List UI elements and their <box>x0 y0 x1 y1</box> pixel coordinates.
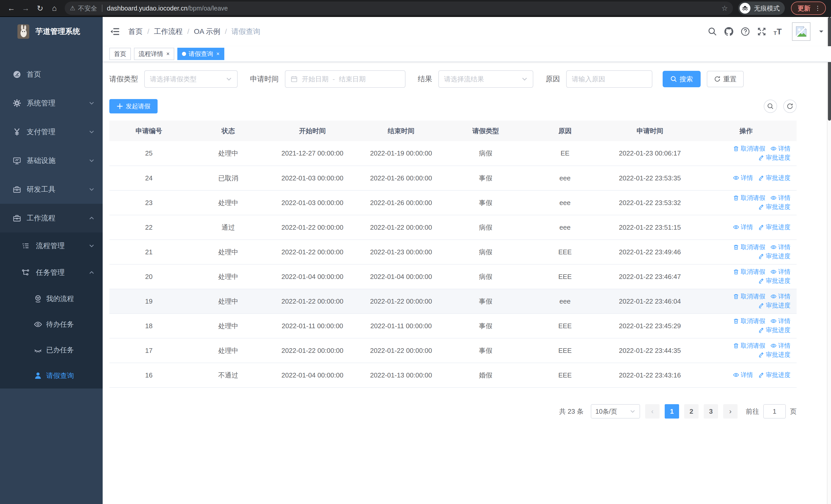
breadcrumb-item[interactable]: OA 示例 <box>194 27 221 36</box>
breadcrumb-item[interactable]: 工作流程 <box>154 27 183 36</box>
page-button-1[interactable]: 1 <box>665 404 679 419</box>
action-label: 详情 <box>741 371 753 379</box>
toolbox-icon <box>13 214 21 222</box>
sidebar-item-task-mgmt[interactable]: 任务管理 <box>0 259 103 286</box>
sidebar-item-done-tasks[interactable]: 已办任务 <box>0 337 103 363</box>
sidebar-item-system[interactable]: 系统管理 <box>0 89 103 118</box>
cancel-leave-link[interactable]: 取消请假 <box>733 342 765 350</box>
action-label: 取消请假 <box>741 194 765 202</box>
approval-progress-link[interactable]: 审批进度 <box>758 252 791 260</box>
fullscreen-icon[interactable] <box>757 27 766 36</box>
sidebar-item-label: 待办任务 <box>46 320 74 329</box>
sidebar-item-home[interactable]: 首页 <box>0 60 103 89</box>
incognito-label: 无痕模式 <box>754 4 780 12</box>
browser-menu-icon[interactable]: ⋮ <box>814 5 821 12</box>
browser-reload-icon[interactable]: ↻ <box>34 2 46 14</box>
goto-page-input[interactable] <box>763 404 786 419</box>
page-button-3[interactable]: 3 <box>704 404 718 419</box>
refresh-table-button[interactable] <box>783 99 797 113</box>
page-button-2[interactable]: 2 <box>684 404 698 419</box>
github-icon[interactable] <box>724 27 734 36</box>
toggle-search-button[interactable] <box>764 99 777 113</box>
detail-link[interactable]: 详情 <box>770 243 791 251</box>
approval-progress-link[interactable]: 审批进度 <box>758 203 791 211</box>
action-label: 审批进度 <box>766 371 791 379</box>
cancel-leave-link[interactable]: 取消请假 <box>733 317 765 325</box>
search-icon[interactable] <box>708 27 717 36</box>
approval-progress-link[interactable]: 审批进度 <box>758 174 791 182</box>
cell-type: 病假 <box>446 240 526 264</box>
page-scrollbar[interactable] <box>827 17 831 504</box>
trash-icon <box>733 195 739 201</box>
cancel-leave-link[interactable]: 取消请假 <box>733 243 765 251</box>
approval-progress-link[interactable]: 审批进度 <box>758 153 791 162</box>
avatar[interactable] <box>792 22 810 41</box>
tab-请假查询[interactable]: 请假查询× <box>177 48 224 60</box>
reason-input[interactable] <box>572 75 647 83</box>
approval-progress-link[interactable]: 审批进度 <box>758 301 791 309</box>
sidebar-item-todo-tasks[interactable]: 待办任务 <box>0 312 103 337</box>
bookmark-star-icon[interactable]: ☆ <box>721 4 728 12</box>
detail-link[interactable]: 详情 <box>770 145 791 153</box>
font-size-icon[interactable]: TT <box>774 27 782 36</box>
sidebar-item-payment[interactable]: 支付管理 <box>0 118 103 146</box>
prev-page-button[interactable]: ‹ <box>645 404 660 419</box>
cancel-leave-link[interactable]: 取消请假 <box>733 292 765 300</box>
close-tab-icon[interactable]: × <box>166 51 170 57</box>
reset-button[interactable]: 重置 <box>707 71 744 87</box>
apply-time-range-picker[interactable]: 开始日期 - 结束日期 <box>285 70 405 88</box>
eye-icon <box>770 146 777 152</box>
avatar-caret-icon[interactable] <box>819 29 824 34</box>
breadcrumb-item[interactable]: 首页 <box>128 27 143 36</box>
browser-forward-icon[interactable]: → <box>20 2 32 14</box>
page-size-select[interactable]: 10条/页 <box>591 404 640 419</box>
detail-link[interactable]: 详情 <box>733 174 753 182</box>
result-select[interactable]: 请选择流结果 <box>438 70 533 88</box>
detail-link[interactable]: 详情 <box>770 194 791 202</box>
browser-chrome: ← → ↻ ⌂ ⚠ 不安全 dashboard.yudao.iocoder.cn… <box>0 0 831 17</box>
tab-流程详情[interactable]: 流程详情× <box>134 48 174 60</box>
sidebar-item-process-mgmt[interactable]: 流程管理 <box>0 233 103 259</box>
detail-link[interactable]: 详情 <box>733 223 753 231</box>
approval-progress-link[interactable]: 审批进度 <box>758 223 791 231</box>
address-bar[interactable]: ⚠ 不安全 dashboard.yudao.iocoder.cn /bpm/oa… <box>65 2 733 15</box>
table-row: 20处理中2022-01-04 00:00:002022-01-04 00:00… <box>109 264 797 289</box>
sidebar-item-my-process[interactable]: 我的流程 <box>0 286 103 312</box>
tab-首页[interactable]: 首页 <box>109 48 131 60</box>
browser-back-icon[interactable]: ← <box>5 2 18 14</box>
cancel-leave-link[interactable]: 取消请假 <box>733 268 765 276</box>
cancel-leave-link[interactable]: 取消请假 <box>733 145 765 153</box>
app-logo-row[interactable]: 芋道管理系统 <box>0 17 103 46</box>
close-tab-icon[interactable]: × <box>216 51 220 57</box>
detail-link[interactable]: 详情 <box>770 292 791 300</box>
scrollbar-thumb[interactable] <box>828 17 831 121</box>
detail-link[interactable]: 详情 <box>733 371 753 379</box>
detail-link[interactable]: 详情 <box>770 317 791 325</box>
search-button[interactable]: 搜索 <box>663 71 700 87</box>
pen-icon <box>758 224 764 230</box>
detail-link[interactable]: 详情 <box>770 268 791 276</box>
sidebar-toggle-icon[interactable] <box>110 26 120 37</box>
cell-applied: 2022-01-23 00:06:17 <box>604 141 695 166</box>
next-page-button[interactable]: › <box>723 404 738 419</box>
sidebar-menu: 首页系统管理支付管理基础设施研发工具工作流程流程管理任务管理我的流程待办任务已办… <box>0 60 103 388</box>
browser-update-button[interactable]: 更新 ⋮ <box>791 2 826 15</box>
sidebar-item-workflow[interactable]: 工作流程 <box>0 204 103 233</box>
approval-progress-link[interactable]: 审批进度 <box>758 371 791 379</box>
calendar-icon <box>290 76 298 83</box>
sidebar-item-infra[interactable]: 基础设施 <box>0 146 103 175</box>
create-leave-button[interactable]: 发起请假 <box>109 99 157 113</box>
url-path: /bpm/oa/leave <box>188 5 228 12</box>
sidebar-item-leave-query[interactable]: 请假查询 <box>0 363 103 388</box>
help-icon[interactable] <box>741 27 750 36</box>
leave-type-select[interactable]: 请选择请假类型 <box>144 70 238 88</box>
approval-progress-link[interactable]: 审批进度 <box>758 326 791 334</box>
approval-progress-link[interactable]: 审批进度 <box>758 277 791 285</box>
approval-progress-link[interactable]: 审批进度 <box>758 351 791 359</box>
cancel-leave-link[interactable]: 取消请假 <box>733 194 765 202</box>
eye-icon <box>770 244 777 250</box>
detail-link[interactable]: 详情 <box>770 342 791 350</box>
browser-home-icon[interactable]: ⌂ <box>48 2 61 14</box>
breadcrumb: 首页/工作流程/OA 示例/请假查询 <box>128 27 260 36</box>
sidebar-item-devtools[interactable]: 研发工具 <box>0 175 103 204</box>
